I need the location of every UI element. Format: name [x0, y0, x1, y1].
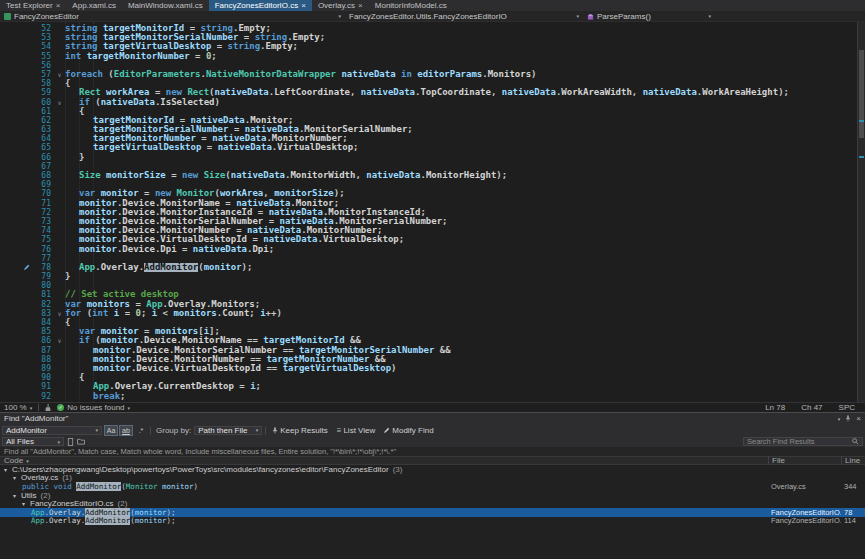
code-line-65[interactable]: 65targetVirtualDesktop = nativeData.Virt… [0, 143, 857, 152]
column-header-line[interactable]: Line [841, 456, 865, 465]
code-line-82[interactable]: 82var monitors = App.Overlay.Monitors; [0, 300, 857, 309]
code-line-64[interactable]: 64targetMonitorNumber = nativeData.Monit… [0, 134, 857, 143]
chevron-down-icon: ▾ [576, 13, 579, 19]
code-line-67[interactable]: 67 [0, 162, 857, 171]
project-dropdown[interactable]: FancyZonesEditor ▾ [0, 11, 345, 21]
result-group-row[interactable]: ▾Utils(2) [0, 491, 865, 500]
column-header-code[interactable]: Code ▾ [0, 456, 768, 465]
tab-fancyzoneseditorio-cs[interactable]: FancyZonesEditorIO.cs× [209, 0, 312, 11]
code-line-60[interactable]: 60∨if (nativeData.IsSelected) [0, 98, 857, 107]
type-dropdown[interactable]: FancyZonesEditor.Utils.FancyZonesEditorI… [345, 11, 583, 21]
tab-app-xaml-cs[interactable]: App.xaml.cs [66, 0, 122, 11]
regex-toggle[interactable]: .* [135, 426, 147, 435]
spaces-indicator[interactable]: SPC [839, 403, 855, 412]
line-number: 76 [30, 245, 54, 254]
search-term-combo[interactable]: AddMonitor ▾ [2, 426, 102, 435]
match-case-toggle[interactable]: Aa [105, 426, 117, 435]
code-line-75[interactable]: 75monitor.Device.VirtualDesktopId = nati… [0, 235, 857, 244]
code-line-71[interactable]: 71monitor.Device.MonitorName = nativeDat… [0, 199, 857, 208]
code-line-56[interactable]: 56 [0, 61, 857, 70]
code-line-74[interactable]: 74monitor.Device.MonitorNumber = nativeD… [0, 226, 857, 235]
expander-icon[interactable]: ▾ [13, 492, 21, 499]
code-line-68[interactable]: 68Size monitorSize = new Size(nativeData… [0, 171, 857, 180]
code-line-78[interactable]: 78App.Overlay.AddMonitor(monitor); [0, 263, 857, 272]
code-line-77[interactable]: 77 [0, 254, 857, 263]
fold-collapse-icon[interactable]: ∨ [54, 336, 65, 345]
fold-collapse-icon[interactable]: ∨ [54, 98, 65, 107]
code-text: { [65, 373, 857, 382]
close-icon[interactable]: × [856, 414, 861, 423]
code-line-57[interactable]: 57∨foreach (EditorParameters.NativeMonit… [0, 70, 857, 79]
scope-dropdown[interactable]: All Files ▾ [2, 437, 64, 446]
group-by-dropdown[interactable]: Path then File ▾ [194, 426, 262, 435]
tab-mainwindow-xaml-cs[interactable]: MainWindow.xaml.cs [122, 0, 209, 11]
code-line-58[interactable]: 58{ [0, 79, 857, 88]
folder-icon[interactable] [77, 438, 85, 445]
result-group-row[interactable]: ▾Overlay.cs(1) [0, 474, 865, 483]
tab-overlay-cs[interactable]: Overlay.cs× [312, 0, 369, 11]
whole-word-toggle[interactable]: ab [120, 426, 132, 435]
scrollbar-thumb[interactable] [859, 50, 864, 138]
tab-close-icon[interactable]: × [301, 2, 306, 10]
result-group-row[interactable]: ▾FancyZonesEditorIO.cs(2) [0, 499, 865, 508]
editor-scrollbar[interactable] [857, 22, 865, 402]
code-line-86[interactable]: 86∨if (monitor.Device.MonitorName == tar… [0, 336, 857, 345]
code-line-83[interactable]: 83∨for (int i = 0; i < monitors.Count; i… [0, 309, 857, 318]
window-menu-icon[interactable]: ▾ [838, 416, 841, 422]
document-icon[interactable] [67, 438, 74, 446]
code-line-69[interactable]: 69 [0, 180, 857, 189]
code-line-52[interactable]: 52string targetMonitorId = string.Empty; [0, 24, 857, 33]
member-dropdown[interactable]: ParseParams() ▾ [583, 11, 715, 21]
code-line-54[interactable]: 54string targetVirtualDesktop = string.E… [0, 42, 857, 51]
code-line-84[interactable]: 84{ [0, 318, 857, 327]
code-line-76[interactable]: 76monitor.Device.Dpi = nativeData.Dpi; [0, 245, 857, 254]
result-group-row[interactable]: ▾C:\Users\zhaopengwang\Desktop\powertoys… [0, 465, 865, 474]
code-line-53[interactable]: 53string targetMonitorSerialNumber = str… [0, 33, 857, 42]
column-header-file[interactable]: File [768, 456, 841, 465]
expander-icon[interactable]: ▾ [22, 500, 30, 507]
code-line-88[interactable]: 88monitor.Device.MonitorNumber == target… [0, 355, 857, 364]
find-title-bar[interactable]: Find "AddMonitor" ▾ × [0, 413, 865, 424]
code-line-90[interactable]: 90{ [0, 373, 857, 382]
code-line-87[interactable]: 87monitor.Device.MonitorSerialNumber == … [0, 346, 857, 355]
code-line-63[interactable]: 63targetMonitorSerialNumber = nativeData… [0, 125, 857, 134]
results-filter[interactable] [743, 437, 863, 446]
code-line-85[interactable]: 85var monitor = monitors[i]; [0, 327, 857, 336]
zoom-control[interactable]: 100 % ▾ [4, 403, 32, 412]
code-line-73[interactable]: 73monitor.Device.MonitorSerialNumber = n… [0, 217, 857, 226]
code-line-89[interactable]: 89monitor.Device.VirtualDesktopId == tar… [0, 364, 857, 373]
fold-collapse-icon[interactable]: ∨ [54, 70, 65, 79]
expander-icon[interactable]: ▾ [13, 474, 21, 481]
modify-find-button[interactable]: Modify Find [381, 425, 436, 435]
results-filter-input[interactable] [747, 437, 850, 446]
tab-test-explorer[interactable]: Test Explorer× [0, 0, 66, 11]
list-view-button[interactable]: ≡ List View [334, 425, 379, 435]
column-indicator[interactable]: Ch 47 [801, 403, 822, 412]
code-line-70[interactable]: 70var monitor = new Monitor(workArea, mo… [0, 189, 857, 198]
health-indicator[interactable]: ✓ No issues found ▾ [57, 403, 130, 412]
tab-close-icon[interactable]: × [358, 2, 363, 10]
code-editor[interactable]: 52string targetMonitorId = string.Empty;… [0, 22, 865, 402]
code-line-72[interactable]: 72monitor.Device.MonitorInstanceId = nat… [0, 208, 857, 217]
code-line-66[interactable]: 66} [0, 153, 857, 162]
result-match-row[interactable]: App.Overlay.AddMonitor(monitor);FancyZon… [0, 517, 865, 526]
code-cleanup-icon[interactable] [45, 404, 51, 411]
code-line-62[interactable]: 62targetMonitorId = nativeData.Monitor; [0, 116, 857, 125]
code-line-80[interactable]: 80 [0, 281, 857, 290]
expander-icon[interactable]: ▾ [4, 466, 12, 473]
tab-close-icon[interactable]: × [56, 2, 61, 10]
code-line-92[interactable]: 92break; [0, 392, 857, 401]
code-line-81[interactable]: 81// Set active desktop [0, 290, 857, 299]
line-indicator[interactable]: Ln 78 [765, 403, 785, 412]
pin-icon[interactable] [845, 415, 851, 422]
result-match-row[interactable]: App.Overlay.AddMonitor(monitor);FancyZon… [0, 508, 865, 517]
code-line-79[interactable]: 79} [0, 272, 857, 281]
code-line-55[interactable]: 55int targetMonitorNumber = 0; [0, 52, 857, 61]
code-line-61[interactable]: 61{ [0, 107, 857, 116]
code-line-59[interactable]: 59Rect workArea = new Rect(nativeData.Le… [0, 88, 857, 97]
result-match-row[interactable]: public void AddMonitor(Monitor monitor)O… [0, 482, 865, 491]
fold-collapse-icon[interactable]: ∨ [54, 309, 65, 318]
keep-results-button[interactable]: Keep Results [269, 425, 331, 435]
tab-monitorinfomodel-cs[interactable]: MonitorInfoModel.cs [369, 0, 453, 11]
code-line-91[interactable]: 91App.Overlay.CurrentDesktop = i; [0, 382, 857, 391]
